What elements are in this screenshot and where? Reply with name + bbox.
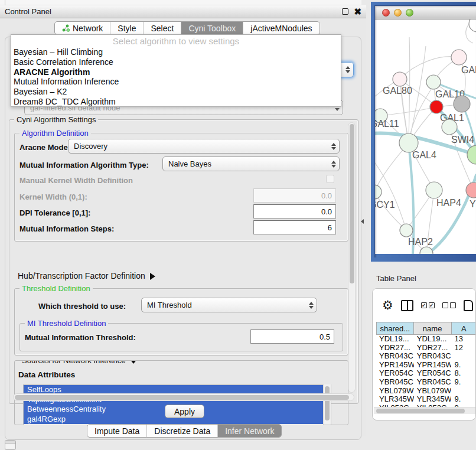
apply-button[interactable]: Apply	[165, 405, 204, 418]
table-cell: YER054C	[414, 369, 452, 378]
network-node[interactable]	[420, 247, 433, 254]
network-node[interactable]	[426, 182, 442, 198]
network-node[interactable]	[393, 72, 407, 86]
settings-vscroll-thumb[interactable]	[350, 124, 354, 283]
threshold-definition-group: Threshold Definition Which threshold to …	[14, 288, 348, 356]
network-node[interactable]	[454, 96, 470, 112]
aracne-mode-combo[interactable]: Discovery	[68, 139, 340, 154]
table-cell: YBR045C	[414, 378, 452, 387]
expand-arrow-icon	[150, 273, 155, 280]
table-cell: YDL19...	[376, 335, 414, 344]
table-row[interactable]: YBR043CYBR043C	[376, 352, 476, 361]
mi-threshold-label: Mutual Information Threshold:	[25, 333, 136, 342]
network-node[interactable]	[451, 50, 467, 65]
export-table-icon[interactable]	[464, 300, 473, 311]
table-row[interactable]: YDR27...YDR27...12	[376, 344, 476, 353]
tab-style[interactable]: Style	[110, 22, 144, 34]
unchecked-box-icon	[442, 302, 448, 308]
attributes-scroll-thumb[interactable]	[325, 386, 330, 420]
network-node[interactable]	[426, 75, 441, 89]
mi-steps-field[interactable]: 6	[253, 220, 336, 234]
table-cell: YDL19...	[414, 335, 452, 344]
algorithm-option[interactable]: Bayesian – K2	[11, 87, 341, 97]
table-row[interactable]: YBL079WYBL079W	[376, 387, 476, 396]
table-body: YDL19...YDL19...13YDR27...YDR27...12YBR0…	[376, 335, 476, 412]
network-node[interactable]	[467, 145, 476, 164]
dpi-tolerance-field[interactable]: 0.0	[253, 204, 336, 219]
data-attributes-label: Data Attributes	[18, 370, 75, 379]
columns-icon[interactable]	[401, 300, 413, 311]
settings-vertical-scrollbar[interactable]	[348, 122, 356, 393]
restore-panel-icon[interactable]	[5, 440, 16, 450]
tab-network[interactable]: Network	[55, 22, 110, 34]
cyni-algorithm-settings-legend: Cyni Algorithm Settings	[14, 115, 98, 124]
algorithm-definition-legend: Algorithm Definition	[19, 129, 91, 138]
network-canvas[interactable]: GALGAL80GAL10GAL1GAL11SWI4GAL4GCY1HAP4YH…	[375, 19, 476, 254]
table-row[interactable]: YER054CYER054C8.	[376, 369, 476, 378]
minimize-traffic-button[interactable]	[394, 9, 402, 17]
select-all-columns-icon[interactable]: ✓ ✓	[421, 302, 435, 308]
column-header[interactable]: name	[414, 322, 452, 335]
close-traffic-button[interactable]	[382, 9, 390, 17]
aracne-mode-label: Aracne Mode:	[19, 143, 70, 152]
mi-algorithm-type-combo[interactable]: Naive Bayes	[162, 156, 340, 171]
network-icon	[62, 24, 70, 32]
table-horizontal-scrollbar[interactable]	[374, 407, 475, 414]
table-cell: 13	[451, 335, 476, 344]
manual-kernel-width-checkbox[interactable]	[326, 175, 334, 183]
bottom-tab-bar: Impute Data Discretize Data Infer Networ…	[87, 424, 282, 438]
table-cell	[451, 387, 476, 396]
algorithm-option[interactable]: Dream8 DC_TDC Algorithm	[11, 97, 341, 107]
table-row[interactable]: YDL19...YDL19...13	[376, 335, 476, 344]
hub-transcription-factor-row[interactable]: Hub/Transcription Factor Definition	[18, 271, 155, 281]
table-hscroll-thumb[interactable]	[376, 409, 465, 413]
zoom-traffic-button[interactable]	[406, 9, 413, 17]
tab-cyni-toolbox[interactable]: Cyni Toolbox	[181, 22, 243, 34]
settings-horizontal-scrollbar[interactable]	[13, 393, 354, 401]
table-row[interactable]: YLR345WYLR345W9.	[376, 395, 476, 404]
network-node-label: GAL80	[383, 86, 412, 96]
tab-select-label: Select	[151, 24, 174, 33]
stepper-icon	[306, 302, 317, 309]
attributes-list-scrollbar[interactable]	[323, 384, 331, 425]
tab-select[interactable]: Select	[144, 22, 181, 34]
network-node[interactable]	[442, 119, 457, 135]
table-row[interactable]: YPR145WYPR145W9.	[376, 361, 476, 370]
column-header[interactable]: A	[452, 322, 476, 335]
algorithm-popup-placeholder: Select algorithm to view settings	[11, 36, 341, 47]
aracne-mode-value: Discovery	[69, 142, 328, 151]
network-node[interactable]	[430, 100, 443, 113]
algorithm-option[interactable]: Basic Correlation Inference	[11, 57, 341, 67]
dpi-tolerance-label: DPI Tolerance [0,1]:	[19, 208, 90, 217]
algorithm-option[interactable]: Mutual Information Inference	[11, 77, 341, 87]
mi-threshold-field[interactable]: 0.5	[250, 330, 334, 344]
algorithm-option[interactable]: Bayesian – Hill Climbing	[11, 47, 341, 57]
float-window-button[interactable]	[342, 8, 348, 15]
tab-impute-data[interactable]: Impute Data	[87, 425, 147, 437]
tab-jactivemnodules[interactable]: jActiveMNodules	[243, 22, 319, 34]
table-row[interactable]: YBR045CYBR045C9.	[376, 378, 476, 387]
column-header[interactable]: shared...	[376, 322, 414, 335]
which-threshold-combo[interactable]: MI Threshold	[141, 298, 317, 312]
hub-transcription-factor-label: Hub/Transcription Factor Definition	[18, 271, 145, 281]
mi-steps-label: Mutual Information Steps:	[19, 224, 114, 233]
close-window-button[interactable]: ✖	[354, 8, 361, 15]
network-node[interactable]	[400, 224, 413, 237]
kernel-width-field[interactable]: 0.0	[253, 188, 336, 203]
table-cell: YDR27...	[376, 344, 414, 353]
network-view-window[interactable]: GALGAL80GAL10GAL1GAL11SWI4GAL4GCY1HAP4YH…	[371, 2, 476, 262]
algorithm-option[interactable]: ARACNE Algorithm	[11, 67, 341, 77]
deselect-all-columns-icon[interactable]	[442, 302, 456, 308]
gear-icon[interactable]: ⚙	[382, 299, 393, 311]
control-panel-titlebar: Control Panel ✖	[0, 5, 366, 18]
network-node[interactable]	[469, 19, 476, 32]
tab-infer-network[interactable]: Infer Network	[218, 425, 281, 437]
table-header-row: shared...nameA	[376, 322, 476, 335]
network-node[interactable]	[375, 185, 382, 199]
settings-hscroll-thumb[interactable]	[15, 395, 349, 400]
panel-collapse-arrow[interactable]	[361, 219, 364, 224]
table-cell: YBL079W	[376, 387, 414, 396]
tab-discretize-data[interactable]: Discretize Data	[147, 425, 218, 437]
network-window-titlebar[interactable]	[375, 6, 476, 19]
which-threshold-value: MI Threshold	[142, 301, 306, 309]
